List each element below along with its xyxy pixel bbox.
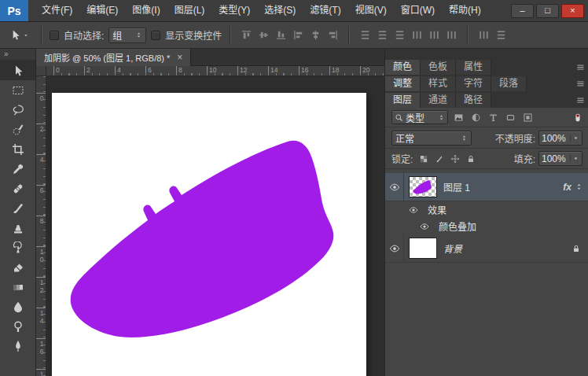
lock-transparency-icon[interactable] (417, 152, 430, 165)
auto-select-checkbox[interactable] (50, 31, 59, 40)
crop-tool[interactable] (0, 139, 35, 159)
document-tab-close-icon[interactable]: × (177, 53, 182, 62)
blend-mode-dropdown[interactable]: 正常 (391, 131, 472, 146)
layer-row-layer-1[interactable]: 图层 1fx (385, 173, 588, 201)
blend-mode-value: 正常 (395, 131, 414, 145)
caret-down-icon[interactable] (570, 155, 579, 162)
brush-tool[interactable] (0, 198, 35, 218)
search-icon (395, 113, 403, 122)
visibility-toggle-background[interactable] (385, 234, 404, 262)
dist-vcenter-icon[interactable] (374, 28, 390, 43)
menu-item-7[interactable]: 视图(V) (348, 0, 394, 21)
menu-item-5[interactable]: 选择(S) (257, 0, 303, 21)
tab-paths[interactable]: 路径 (456, 93, 491, 108)
menu-item-2[interactable]: 图像(I) (125, 0, 167, 21)
dist-left-icon[interactable] (409, 28, 424, 43)
minimize-button[interactable]: – (511, 4, 534, 18)
tab-swatches[interactable]: 色板 (421, 60, 456, 75)
layer-thumbnail-background[interactable] (409, 238, 437, 259)
gradient-tool[interactable] (0, 277, 35, 297)
tab-properties[interactable]: 属性 (456, 60, 491, 75)
move-tool[interactable] (0, 61, 35, 80)
menu-item-1[interactable]: 编辑(E) (79, 0, 125, 21)
canvas[interactable] (52, 93, 366, 376)
align-left-icon[interactable] (290, 28, 306, 43)
dist-top-icon[interactable] (357, 28, 373, 43)
caret-down-icon[interactable] (570, 135, 579, 142)
panel-menu-icon[interactable] (571, 76, 588, 91)
dodge-tool[interactable] (0, 316, 35, 336)
dist-bottom-icon[interactable] (391, 28, 407, 43)
panel-menu-icon[interactable] (571, 93, 588, 108)
layer-row-effects[interactable]: 效果 (385, 201, 588, 218)
tab-layers[interactable]: 图层 (385, 93, 421, 108)
ruler-origin[interactable] (36, 66, 46, 76)
tab-channels[interactable]: 通道 (421, 93, 456, 108)
menu-item-3[interactable]: 图层(L) (167, 0, 212, 21)
indent (385, 226, 417, 227)
align-bottom-icon[interactable] (273, 28, 288, 43)
align-right-icon[interactable] (325, 28, 340, 43)
layer-row-background[interactable]: 背景 (385, 234, 588, 263)
dist-right-icon[interactable] (443, 28, 459, 43)
healing-brush-tool[interactable] (0, 179, 35, 198)
menu-item-9[interactable]: 帮助(H) (442, 0, 488, 21)
h-ruler-number: 12 (237, 66, 247, 76)
rect-marquee-tool[interactable] (0, 80, 35, 100)
menu-item-4[interactable]: 类型(Y) (211, 0, 257, 21)
tab-paragraph[interactable]: 段落 (491, 76, 527, 91)
clone-stamp-tool[interactable] (0, 218, 35, 238)
pen-tool[interactable] (0, 336, 35, 356)
align-vcenter-icon[interactable] (255, 28, 271, 43)
history-brush-tool[interactable] (0, 238, 35, 257)
tab-adjustments[interactable]: 调整 (385, 76, 421, 91)
opacity-value: 100% (542, 133, 566, 144)
vertical-ruler[interactable]: 024681012141618 (36, 76, 46, 376)
tab-character[interactable]: 字符 (456, 76, 491, 91)
fx-collapse-icon[interactable] (571, 182, 586, 192)
align-hcenter-icon[interactable] (307, 28, 323, 43)
dist-hcenter-icon[interactable] (426, 28, 442, 43)
menu-item-6[interactable]: 滤镜(T) (303, 0, 347, 21)
shape-filter-icon[interactable] (502, 110, 518, 124)
visibility-toggle-effects[interactable] (406, 201, 421, 218)
horizontal-ruler[interactable]: 02468101214161820 (46, 66, 384, 76)
panel-menu-icon[interactable] (571, 60, 588, 75)
eyedropper-tool[interactable] (0, 159, 35, 179)
adjustment-filter-icon[interactable] (468, 110, 483, 124)
layer-filter-toggle[interactable] (571, 110, 584, 124)
dist-vspace-icon[interactable] (493, 28, 509, 43)
dist-hspace-icon[interactable] (476, 28, 491, 43)
layer-row-color-overlay[interactable]: 颜色叠加 (385, 218, 588, 234)
tool-preset-dropdown[interactable] (5, 25, 33, 46)
visibility-toggle-color-overlay[interactable] (417, 218, 432, 234)
lock-all-icon[interactable] (464, 152, 477, 165)
auto-select-target-dropdown[interactable]: 组 (108, 28, 146, 43)
quick-selection-tool[interactable] (0, 120, 35, 139)
visibility-toggle-layer-1[interactable] (385, 173, 404, 201)
opacity-input[interactable]: 100% (538, 131, 582, 146)
lock-pixels-icon[interactable] (432, 152, 446, 165)
tab-styles[interactable]: 样式 (421, 76, 456, 91)
lasso-tool[interactable] (0, 100, 35, 120)
align-top-icon[interactable] (238, 28, 254, 43)
blur-tool[interactable] (0, 297, 35, 316)
lock-position-icon[interactable] (448, 152, 461, 165)
pixel-filter-icon[interactable] (450, 110, 466, 124)
tools-panel-collapse[interactable]: » (0, 49, 35, 61)
smart-object-filter-icon[interactable] (520, 110, 535, 124)
canvas-pasteboard[interactable] (46, 76, 384, 376)
layer-fx-badge[interactable]: fx (563, 182, 571, 193)
menu-item-8[interactable]: 窗口(W) (394, 0, 442, 21)
layer-thumbnail-layer-1[interactable] (409, 176, 437, 197)
type-filter-icon[interactable] (485, 110, 501, 124)
menu-item-0[interactable]: 文件(F) (35, 0, 79, 21)
fill-input[interactable]: 100% (538, 151, 582, 166)
tab-color[interactable]: 颜色 (385, 60, 421, 75)
eraser-tool[interactable] (0, 257, 35, 277)
maximize-button[interactable]: □ (536, 4, 559, 18)
document-tab[interactable]: 加阴影 @ 50% (图层 1, RGB/8) * × (36, 49, 191, 66)
layer-filter-type-dropdown[interactable]: 类型 (391, 110, 448, 124)
show-transform-checkbox[interactable] (151, 31, 160, 40)
close-button[interactable]: × (561, 4, 584, 18)
